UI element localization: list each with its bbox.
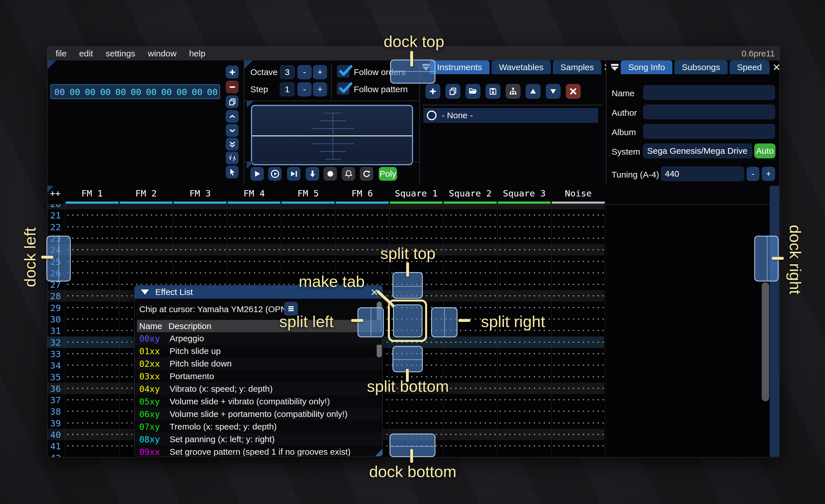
menu-item-help[interactable]: help xyxy=(189,49,205,59)
instrument-delete-button[interactable] xyxy=(566,84,581,99)
order-duplicate-button[interactable] xyxy=(226,95,239,108)
tab-wavetables[interactable]: Wavetables xyxy=(492,61,551,74)
author-field[interactable] xyxy=(643,104,775,119)
menu-item-window[interactable]: window xyxy=(148,49,176,59)
octave-plus-button[interactable]: + xyxy=(313,65,327,79)
tuning-minus-button[interactable]: - xyxy=(747,167,759,181)
orders-selected-row[interactable]: 0000000000000000000000 xyxy=(51,84,220,99)
octave-minus-button[interactable]: - xyxy=(297,65,312,79)
tuning-value[interactable]: 440 xyxy=(661,166,744,181)
order-cell[interactable]: 00 xyxy=(113,87,128,97)
order-bottom-button[interactable] xyxy=(226,138,239,151)
order-cell[interactable]: 00 xyxy=(174,87,190,97)
order-cell[interactable]: 00 xyxy=(205,87,220,97)
instrument-tree-button[interactable] xyxy=(506,84,521,99)
channel-header-square-2[interactable]: Square 2 xyxy=(443,188,497,198)
step-minus-button[interactable]: - xyxy=(297,82,312,96)
order-down-button[interactable] xyxy=(226,124,239,137)
effect-list-item[interactable]: 04xyVibrato (x: speed; y: depth) xyxy=(135,383,382,395)
order-cell[interactable]: 00 xyxy=(144,87,159,97)
record-button[interactable] xyxy=(323,167,337,181)
channel-header-square-1[interactable]: Square 1 xyxy=(389,188,443,198)
split-right-target[interactable] xyxy=(431,307,457,337)
effect-list-item[interactable]: 08xySet panning (x: left; y: right) xyxy=(135,433,382,445)
channel-header-fm-4[interactable]: FM 4 xyxy=(227,188,281,198)
tab-samples[interactable]: Samples xyxy=(553,61,601,74)
tuning-plus-button[interactable]: + xyxy=(762,167,775,181)
pattern-scrollbar-thumb[interactable] xyxy=(762,282,769,401)
effect-list-item[interactable]: 01xxPitch slide up xyxy=(135,345,382,357)
effect-list-item[interactable]: 00xyArpeggio xyxy=(135,332,382,345)
pattern-row-number: 34 xyxy=(48,360,64,370)
channel-header-noise[interactable]: Noise xyxy=(551,188,605,198)
instrument-save-button[interactable] xyxy=(485,84,501,99)
channel-header-fm-3[interactable]: FM 3 xyxy=(173,188,227,198)
instrument-up-button[interactable] xyxy=(526,84,540,99)
order-cell[interactable]: 00 xyxy=(82,87,98,97)
step-row-button[interactable] xyxy=(306,167,319,181)
order-unlink-button[interactable] xyxy=(226,152,239,164)
follow-orders-checkbox[interactable] xyxy=(337,65,350,78)
order-cell[interactable]: 00 xyxy=(67,87,82,97)
channel-header-fm-6[interactable]: FM 6 xyxy=(335,188,389,198)
pattern-cell-empty xyxy=(66,348,119,359)
play-from-cursor-button[interactable] xyxy=(287,167,300,181)
tab-speed[interactable]: Speed xyxy=(730,61,769,74)
octave-value[interactable]: 3 xyxy=(280,65,295,79)
instrument-open-button[interactable] xyxy=(465,84,480,99)
play-button[interactable] xyxy=(250,167,264,181)
album-field[interactable] xyxy=(643,124,775,139)
collapse-triangle-icon[interactable] xyxy=(141,289,149,295)
tab-song-info[interactable]: Song Info xyxy=(621,61,672,74)
pattern-cell-empty xyxy=(228,244,281,255)
system-value[interactable]: Sega Genesis/Mega Drive xyxy=(643,144,752,158)
order-cell[interactable]: 00 xyxy=(159,87,174,97)
order-cell[interactable]: 00 xyxy=(98,87,113,97)
effect-list-item[interactable]: 02xxPitch slide down xyxy=(135,357,382,370)
auto-button[interactable]: Auto xyxy=(754,144,775,158)
repeat-pattern-button[interactable] xyxy=(360,167,373,181)
channel-header-fm-1[interactable]: FM 1 xyxy=(65,188,119,198)
effect-list-item[interactable]: 05xyVolume slide + vibrato (compatibilit… xyxy=(135,395,382,408)
tab-subsongs[interactable]: Subsongs xyxy=(674,61,727,74)
step-label: Step xyxy=(250,84,268,94)
dock-left-target[interactable] xyxy=(47,236,71,281)
add-channel-button[interactable]: ++ xyxy=(50,188,61,198)
effect-list-item[interactable]: 06xyVolume slide + portamento (compatibi… xyxy=(135,408,382,420)
menu-item-edit[interactable]: edit xyxy=(79,49,93,59)
metronome-button[interactable] xyxy=(342,167,355,181)
order-add-button[interactable] xyxy=(226,66,239,78)
effect-list-item[interactable]: 09xxSet groove pattern (speed 1 if no gr… xyxy=(135,445,382,456)
instrument-add-button[interactable] xyxy=(425,84,440,99)
order-cursor-button[interactable] xyxy=(226,166,239,178)
dock-top-tick xyxy=(410,51,413,67)
effect-list-item[interactable]: 03xxPortamento xyxy=(135,370,382,383)
order-remove-button[interactable] xyxy=(226,80,239,93)
channel-header-fm-5[interactable]: FM 5 xyxy=(281,188,335,198)
poly-button[interactable]: Poly xyxy=(379,167,397,181)
order-cell[interactable]: 00 xyxy=(128,87,144,97)
tab-list-button[interactable] xyxy=(609,61,621,74)
close-icon[interactable]: ✕ xyxy=(603,61,606,74)
channel-underline xyxy=(498,201,551,203)
split-bottom-target[interactable] xyxy=(392,346,423,372)
menu-item-file[interactable]: file xyxy=(56,49,66,59)
instrument-down-button[interactable] xyxy=(546,84,560,99)
tab-instruments[interactable]: Instruments xyxy=(430,61,490,74)
order-cell[interactable]: 00 xyxy=(190,87,205,97)
follow-pattern-checkbox[interactable] xyxy=(337,82,350,95)
split-left-target[interactable] xyxy=(358,307,384,337)
channel-header-fm-2[interactable]: FM 2 xyxy=(119,188,173,198)
play-pattern-button[interactable] xyxy=(268,167,282,181)
effect-list-item[interactable]: 07xyTremolo (x: speed; y: depth) xyxy=(135,420,382,433)
name-field[interactable] xyxy=(643,85,775,100)
resize-grip[interactable] xyxy=(375,449,382,456)
step-plus-button[interactable]: + xyxy=(313,82,327,96)
order-up-button[interactable] xyxy=(226,110,239,123)
instrument-duplicate-button[interactable] xyxy=(445,84,460,99)
close-icon[interactable]: ✕ xyxy=(771,61,779,74)
step-value[interactable]: 1 xyxy=(280,82,295,96)
channel-header-square-3[interactable]: Square 3 xyxy=(497,188,551,198)
instrument-list-item-none[interactable]: - None - xyxy=(424,108,598,123)
menu-item-settings[interactable]: settings xyxy=(106,49,135,59)
